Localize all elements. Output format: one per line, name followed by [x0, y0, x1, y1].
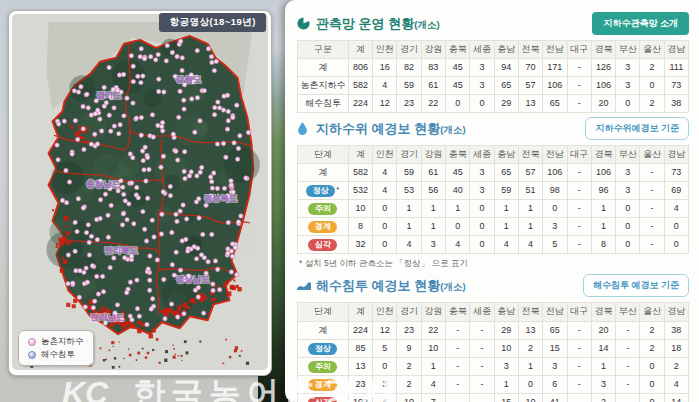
column-header: 강원 [421, 303, 445, 321]
value-cell: 14 [591, 339, 615, 357]
value-cell: 2 [640, 339, 664, 357]
column-header: 경남 [664, 146, 688, 164]
krc-logo: KC [62, 375, 108, 402]
value-cell: - [567, 95, 591, 113]
value-cell: 1 [518, 200, 542, 218]
value-cell: 14 [664, 393, 688, 402]
column-header: 충북 [446, 41, 470, 59]
value-cell: 0 [664, 218, 688, 236]
korea-map-svg[interactable]: 경기도강원도충청남도경상북도전라북도경상남도전라남도 [12, 14, 268, 370]
value-cell: 106 [543, 164, 567, 182]
column-header: 전남 [543, 303, 567, 321]
value-cell: 4 [664, 375, 688, 393]
section-title: 지하수위 예경보 현황(개소) [316, 120, 466, 138]
value-cell: 18 [664, 339, 688, 357]
value-cell: 45 [446, 77, 470, 95]
value-cell: 22 [421, 95, 445, 113]
column-header: 대구 [567, 303, 591, 321]
value-cell: 10 [348, 200, 372, 218]
value-cell: - [446, 357, 470, 375]
rural-groundwater-marker-icon [28, 338, 36, 346]
status-badge: 정상 [306, 185, 335, 197]
row-label-cell: 계 [298, 59, 349, 77]
column-header: 전북 [518, 41, 542, 59]
value-cell: 0 [640, 77, 664, 95]
column-header: 구분 [298, 41, 349, 59]
row-label-cell: 정상 [298, 339, 349, 357]
value-cell: 69 [664, 182, 688, 200]
value-cell: 6 [543, 375, 567, 393]
value-cell: 0 [373, 200, 397, 218]
column-header: 계 [348, 41, 372, 59]
value-cell: 2 [640, 59, 664, 77]
column-header: 계 [348, 303, 372, 321]
section-title-suffix: (개소) [440, 124, 465, 135]
column-header: 부산 [616, 146, 640, 164]
value-cell: 2 [397, 375, 421, 393]
value-cell: 3 [543, 357, 567, 375]
value-cell: - [470, 393, 494, 402]
value-cell: - [616, 375, 640, 393]
column-header: 부산 [616, 303, 640, 321]
value-cell: - [470, 375, 494, 393]
network-intro-button[interactable]: 지하수관측망 소개 [592, 12, 689, 35]
column-header: 계 [348, 146, 372, 164]
value-cell: - [446, 339, 470, 357]
value-cell: 20 [591, 95, 615, 113]
column-header: 단계 [298, 303, 349, 321]
row-label-cell: 경계 [298, 218, 349, 236]
value-cell: 0 [616, 200, 640, 218]
row-label-cell: 주의 [298, 200, 349, 218]
value-cell: 0 [518, 375, 542, 393]
value-cell: - [567, 339, 591, 357]
value-cell: 61 [421, 164, 445, 182]
value-cell: 0 [373, 218, 397, 236]
seawater-alert-criteria-button[interactable]: 해수침투 예경보 기준 [583, 274, 689, 297]
section-groundwater-level-alert: 지하수위 예경보 현황(개소)지하수위예경보 기준단계계인천경기강원충북세종충남… [297, 117, 689, 270]
value-cell: 16 [373, 59, 397, 77]
table-row: 정상*53245356403595198-963-69 [298, 182, 689, 200]
section-header: 지하수위 예경보 현황(개소)지하수위예경보 기준 [297, 117, 689, 140]
section-header: 관측망 운영 현황(개소)지하수관측망 소개 [297, 12, 689, 35]
value-cell: 10 [421, 339, 445, 357]
water-drop-icon [297, 122, 311, 136]
value-cell: 70 [518, 59, 542, 77]
column-header: 전북 [518, 303, 542, 321]
row-label-cell: 심각 [298, 236, 349, 254]
value-cell: 12 [373, 95, 397, 113]
value-cell: - [470, 321, 494, 339]
value-cell: 57 [518, 164, 542, 182]
status-badge: 경계 [308, 221, 337, 233]
column-header: 세종 [470, 41, 494, 59]
value-cell: 4 [421, 375, 445, 393]
value-cell: 12 [373, 321, 397, 339]
value-cell: 4 [664, 200, 688, 218]
value-cell: 1 [494, 375, 518, 393]
value-cell: 61 [421, 77, 445, 95]
value-cell: 2 [518, 339, 542, 357]
sections-container: 관측망 운영 현황(개소)지하수관측망 소개구분계인천경기강원충북세종충남전북전… [297, 12, 689, 402]
column-header: 대구 [567, 146, 591, 164]
value-cell: 0 [616, 218, 640, 236]
value-cell: - [567, 182, 591, 200]
value-cell: 4 [397, 236, 421, 254]
value-cell: 0 [640, 357, 664, 375]
value-cell: 45 [446, 164, 470, 182]
column-header: 전남 [543, 146, 567, 164]
table-row: 계8061682834539470171-12632111 [298, 59, 689, 77]
column-header: 부산 [616, 41, 640, 59]
column-header: 인천 [373, 303, 397, 321]
value-cell: 0 [470, 236, 494, 254]
value-cell: 3 [470, 77, 494, 95]
column-header: 경기 [397, 146, 421, 164]
value-cell: 582 [348, 164, 372, 182]
legend-label: 해수침투 [41, 348, 75, 361]
value-cell: 8 [348, 218, 372, 236]
section-monitoring-network: 관측망 운영 현황(개소)지하수관측망 소개구분계인천경기강원충북세종충남전북전… [297, 12, 689, 113]
value-cell: - [567, 59, 591, 77]
groundwater-alert-criteria-button[interactable]: 지하수위예경보 기준 [585, 117, 689, 140]
value-cell: 3 [616, 77, 640, 95]
value-cell: 3 [591, 375, 615, 393]
value-cell: 1 [591, 357, 615, 375]
value-cell: 10 [518, 393, 542, 402]
